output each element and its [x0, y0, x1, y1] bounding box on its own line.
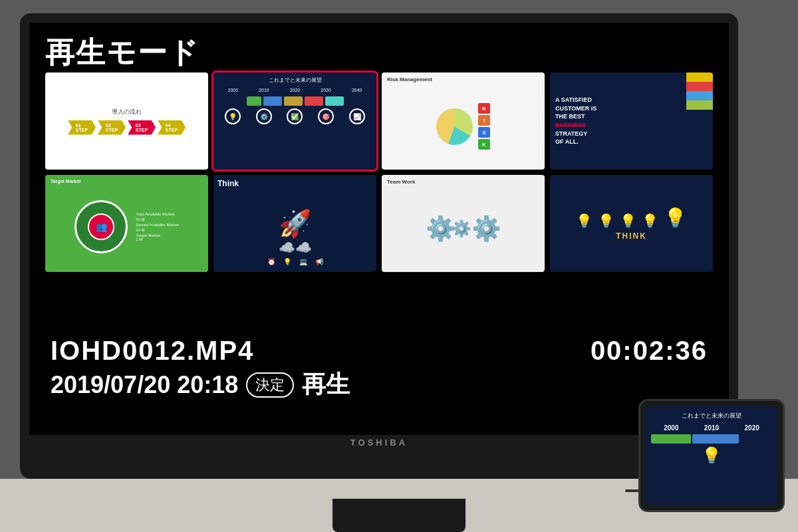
satisfied-text: A SATISFIEDCUSTOMER ISTHE BEST BUSINESS …: [555, 96, 708, 146]
action-badge[interactable]: 決定: [246, 372, 294, 398]
bulb-2: 💡: [598, 213, 614, 229]
thumbnail-1[interactable]: 導入の流れ 01STEP 02STEP 03STEP 04STEP: [45, 72, 208, 170]
timecode: 00:02:36: [591, 336, 708, 366]
target-text-box: Total Available Market 50 M Served Avail…: [136, 212, 179, 241]
tv-brand-label: TOSHIBA: [29, 435, 729, 450]
tablet-timeline: 2000 2010 2020: [651, 424, 772, 432]
thumbnail-3[interactable]: Risk Management R I S K: [382, 72, 545, 170]
tablet-arrow-1: [651, 434, 691, 444]
corner-stripes: [686, 72, 713, 112]
steps-row: 01STEP 02STEP 03STEP 04STEP: [68, 120, 186, 135]
risk-k-block: K: [478, 139, 490, 150]
step-3: 03STEP: [128, 120, 156, 135]
thumbnail-2[interactable]: これまでと未来の展望 2000 2010 2020 2030 2040 💡: [213, 72, 376, 170]
bulb-4: 💡: [642, 213, 658, 229]
stripe-green: [686, 100, 713, 110]
datetime: 2019/07/20 20:18: [51, 371, 238, 399]
target-inner: 👥: [88, 213, 114, 240]
timeline-icons: 💡 ⚙️ ✅ 🎯 📈: [217, 108, 372, 124]
bulbs-row: 💡 💡 💡 💡 💡: [576, 207, 687, 229]
rocket-icon: 🚀: [279, 208, 312, 239]
info-row-2: 2019/07/20 20:18 決定 再生: [51, 368, 708, 401]
step-2: 02STEP: [98, 120, 126, 135]
clouds-icon: ☁️☁️: [279, 239, 312, 255]
tablet-device: これまでと未来の展望 2000 2010 2020 💡: [638, 399, 785, 512]
thumb-2-title: これまでと未来の展望: [217, 76, 372, 84]
bulb-1: 💡: [576, 213, 593, 229]
thumbnail-6[interactable]: Think 🚀 ☁️☁️ ⏰ 💡 💻 📢: [213, 175, 376, 272]
thumbnail-5[interactable]: Target Market 👥 Total Available Market 5…: [45, 175, 208, 272]
tv-monitor: 再生モード 導入の流れ 01STEP 02STEP 03STEP 04STEP …: [20, 13, 738, 479]
tablet-year-1: 2000: [664, 424, 678, 432]
gears-area: ⚙️ ⚙️ ⚙️: [426, 215, 501, 243]
tv-screen: 再生モード 導入の流れ 01STEP 02STEP 03STEP 04STEP …: [29, 23, 729, 435]
risk-pie-chart: [436, 108, 473, 145]
stripe-yellow: [686, 72, 713, 82]
tablet-arrow-row: [651, 434, 772, 444]
play-label: 再生: [302, 368, 350, 401]
business-text: BUSINESS: [555, 122, 586, 128]
icon-bar: ⏰ 💡 💻 📢: [217, 255, 372, 268]
tablet-bulb-icon: 💡: [651, 446, 772, 465]
tablet-year-3: 2020: [745, 424, 759, 432]
thumbnail-8[interactable]: 💡 💡 💡 💡 💡 THINK: [550, 175, 713, 272]
risk-r-block: R: [478, 103, 490, 114]
risk-s-block: S: [478, 127, 490, 138]
tv-stand: [332, 499, 466, 532]
bulb-3: 💡: [620, 213, 636, 229]
step-4: 04STEP: [158, 120, 186, 135]
icon-chart: 📈: [349, 108, 365, 124]
stripe-blue: [686, 91, 713, 100]
icon-bulb: 💡: [225, 108, 241, 124]
gear-large-2: ⚙️: [471, 215, 501, 243]
think-label: THINK: [616, 231, 647, 241]
tablet-arrow-2: [692, 434, 739, 444]
timeline-years-row: 2000 2010 2020 2030 2040: [217, 86, 372, 94]
filename: IOHD0012.MP4: [51, 336, 254, 366]
stripe-red: [686, 82, 713, 91]
thumb-1-title: 導入の流れ: [112, 108, 142, 116]
tablet-screen: これまでと未来の展望 2000 2010 2020 💡: [646, 406, 777, 505]
tablet-title: これまでと未来の展望: [651, 412, 772, 420]
info-row-1: IOHD0012.MP4 00:02:36: [51, 336, 708, 366]
icon-gear: ⚙️: [256, 108, 272, 124]
tablet-year-2: 2010: [704, 424, 719, 432]
target-circle: 👥: [74, 200, 128, 253]
thumb-3-title: Risk Management: [387, 76, 432, 82]
screen-title: 再生モード: [45, 33, 200, 72]
thumb-7-title: Team Work: [387, 179, 415, 185]
thumbnail-7[interactable]: Team Work ⚙️ ⚙️ ⚙️: [382, 175, 545, 272]
thumbnail-4[interactable]: A SATISFIEDCUSTOMER ISTHE BEST BUSINESS …: [550, 72, 713, 170]
bulb-highlight: 💡: [664, 207, 687, 229]
gear-medium: ⚙️: [452, 219, 471, 238]
risk-stack: R I S K: [478, 103, 490, 150]
step-1: 01STEP: [68, 120, 96, 135]
tv-info-area: IOHD0012.MP4 00:02:36 2019/07/20 20:18 決…: [29, 302, 729, 435]
thumb-5-title: Target Market: [51, 179, 80, 184]
thumb-6-title: Think: [217, 179, 372, 188]
risk-i-block: I: [478, 115, 490, 126]
thumbnails-grid: 導入の流れ 01STEP 02STEP 03STEP 04STEP これまでと未…: [45, 72, 713, 272]
icon-target: 🎯: [318, 108, 334, 124]
icon-check: ✅: [287, 108, 303, 124]
rocket-area: 🚀 ☁️☁️: [217, 188, 372, 255]
